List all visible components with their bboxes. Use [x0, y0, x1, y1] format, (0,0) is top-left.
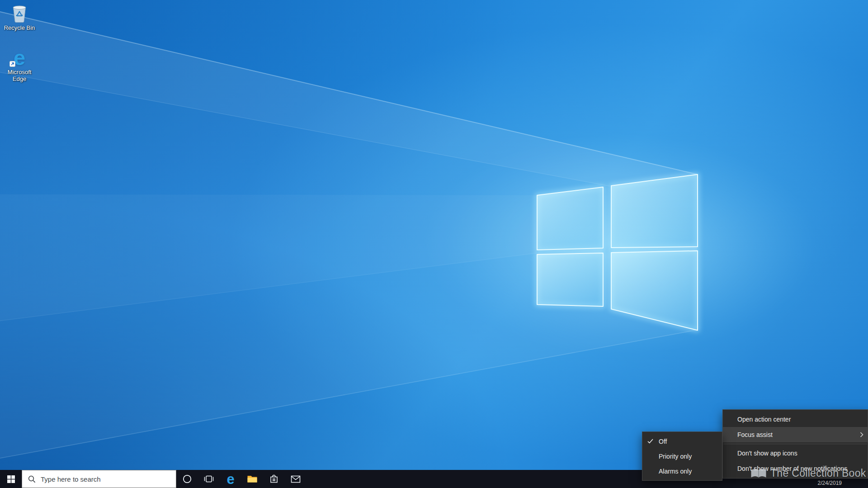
start-button[interactable]	[0, 470, 22, 488]
menu-item-label: Focus assist	[737, 431, 773, 438]
menu-item-dont-show-app-icons[interactable]: Don't show app icons	[723, 446, 868, 461]
checkmark-icon	[647, 439, 653, 444]
menu-item-label: Alarms only	[659, 468, 692, 475]
windows-desktop[interactable]: Recycle Bin Microsoft Edge Off Priority …	[0, 0, 868, 488]
menu-item-focus-assist[interactable]: Focus assist	[723, 427, 868, 442]
menu-item-label: Off	[659, 438, 667, 445]
desktop-icon-microsoft-edge[interactable]: Microsoft Edge	[3, 48, 36, 82]
recycle-bin-icon	[9, 4, 30, 23]
submenu-arrow-icon	[860, 432, 863, 437]
menu-item-label: Don't show number of new notifications	[737, 465, 847, 472]
desktop-icon-recycle-bin[interactable]: Recycle Bin	[3, 4, 36, 32]
menu-item-priority-only[interactable]: Priority only	[642, 449, 722, 464]
taskbar-search[interactable]	[22, 470, 176, 488]
desktop-icon-label: Recycle Bin	[4, 25, 35, 32]
focus-assist-submenu: Off Priority only Alarms only	[642, 432, 722, 481]
taskbar-clock-date[interactable]: 2/24/2019	[818, 480, 842, 486]
mail-button[interactable]	[285, 470, 307, 488]
store-bag-icon	[269, 474, 279, 484]
task-view-icon	[204, 475, 214, 483]
edge-icon	[226, 472, 234, 486]
task-view-button[interactable]	[198, 470, 220, 488]
search-input[interactable]	[41, 475, 171, 483]
folder-icon	[247, 474, 258, 483]
menu-item-open-action-center[interactable]: Open action center	[723, 412, 868, 427]
store-button[interactable]	[263, 470, 285, 488]
tray-context-menu: Open action center Focus assist Don't sh…	[722, 409, 868, 479]
menu-item-alarms-only[interactable]: Alarms only	[642, 464, 722, 479]
menu-item-label: Don't show app icons	[737, 450, 797, 457]
file-explorer-button[interactable]	[241, 470, 263, 488]
menu-item-off[interactable]: Off	[642, 434, 722, 449]
cortana-icon	[182, 474, 192, 484]
cortana-button[interactable]	[176, 470, 198, 488]
clock-date-text: 2/24/2019	[818, 480, 842, 486]
menu-item-dont-show-number-of-new-notifications[interactable]: Don't show number of new notifications	[723, 461, 868, 476]
edge-taskbar-button[interactable]	[220, 470, 241, 488]
menu-separator	[723, 444, 867, 444]
shortcut-arrow-icon	[9, 61, 15, 67]
mail-icon	[291, 475, 301, 483]
menu-item-label: Open action center	[737, 416, 791, 423]
windows-logo-icon	[7, 475, 15, 483]
desktop-icon-label: Microsoft Edge	[3, 69, 36, 82]
search-icon	[28, 475, 36, 483]
menu-item-label: Priority only	[659, 453, 692, 460]
